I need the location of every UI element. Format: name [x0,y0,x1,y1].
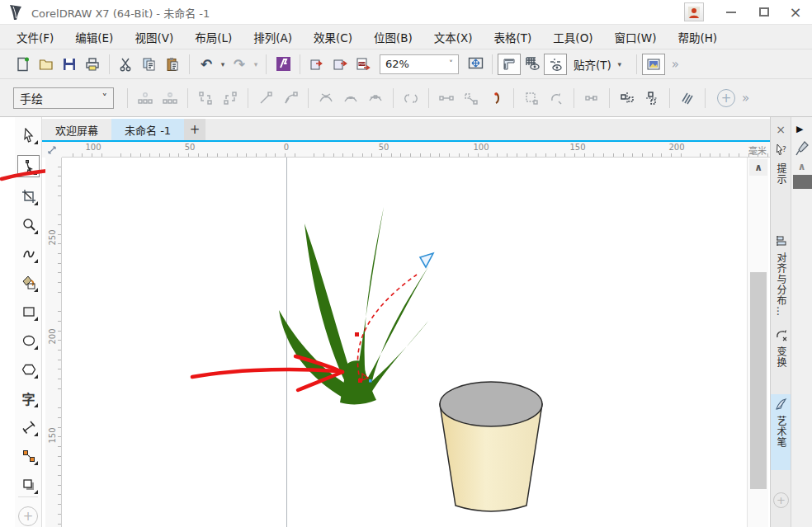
import-button[interactable] [305,54,328,75]
zoom-level-combobox[interactable]: 62% ˅ [380,54,459,74]
pick-tool[interactable] [17,124,40,146]
crop-tool[interactable] [17,185,40,207]
smooth-node-button[interactable] [338,87,363,110]
tab-untitled-1[interactable]: 未命名 -1 [111,119,184,140]
export-button[interactable] [328,54,352,75]
align-nodes-h-button[interactable] [615,87,640,110]
open-button[interactable] [35,54,58,75]
search-content-button[interactable] [271,54,295,75]
redo-button[interactable]: ↷ [228,54,251,75]
publish-pdf-button[interactable]: PDF [352,54,375,75]
show-grid-toggle[interactable] [521,54,544,75]
freehand-tool[interactable] [17,242,40,265]
shape-tool[interactable] [17,155,40,177]
paste-button[interactable] [161,54,184,75]
add-docker-button[interactable]: + [773,492,789,508]
rotate-nodes-button[interactable] [544,87,569,110]
palette-flyout-button[interactable]: ▶ [796,124,803,134]
polygon-tool[interactable] [17,358,40,380]
elastic-mode-button[interactable] [675,87,700,110]
menu-table[interactable]: 表格(T) [494,29,532,45]
cusp-node-button[interactable] [314,87,338,110]
docker-tab-artistic-media[interactable]: 艺术笔 [771,394,791,470]
convert-to-line-button[interactable] [253,87,278,110]
align-nodes-v-button[interactable] [640,87,664,110]
snap-to-dropdown[interactable]: 贴齐(T) ▾ [567,54,631,75]
add-tool-button[interactable]: + [18,506,38,526]
connector-tool[interactable] [17,445,40,467]
reverse-direction-button[interactable] [399,87,423,110]
menu-window[interactable]: 窗口(W) [615,29,657,45]
vertical-scrollbar[interactable]: ∧ [747,158,768,527]
extend-curve-button[interactable] [434,87,459,110]
menu-layout[interactable]: 布局(L) [195,29,232,45]
horizontal-ruler[interactable]: 100 50 0 50 100 150 200 毫米 [62,142,770,158]
eyedropper-icon[interactable] [795,140,810,157]
tab-welcome-screen[interactable]: 欢迎屏幕 [42,119,111,140]
vertical-ruler[interactable]: 250 200 150 [45,158,62,527]
propbar-separator [187,88,188,108]
toolbar-overflow-button[interactable]: » [672,57,679,72]
symmetrical-node-button[interactable] [363,87,388,110]
show-rulers-toggle[interactable] [498,54,521,75]
palette-scroll-up-button[interactable]: ∧ [793,160,810,173]
add-node-button[interactable] [133,87,158,110]
copy-button[interactable] [138,54,161,75]
dimension-tool[interactable] [17,416,40,438]
smart-fill-tool[interactable] [17,271,40,294]
show-guidelines-toggle[interactable] [544,54,567,75]
docker-tab-hints[interactable]: ? 提示 [771,140,791,231]
menu-help[interactable]: 帮助(H) [677,29,717,45]
customize-propbar-button[interactable]: + [717,89,735,107]
menu-text[interactable]: 文本(X) [434,29,473,45]
scroll-up-button[interactable]: ∧ [749,159,767,176]
drawing-canvas[interactable] [62,158,747,527]
new-document-tab-button[interactable]: + [184,119,205,140]
flower-pot-drawing[interactable] [440,382,542,511]
menu-view[interactable]: 视图(V) [135,29,173,45]
select-all-nodes-button[interactable] [459,87,484,110]
minimize-button[interactable] [716,0,746,24]
drop-shadow-tool[interactable] [17,473,40,496]
menu-bitmaps[interactable]: 位图(B) [374,29,413,45]
ruler-origin-button[interactable] [42,142,62,158]
new-document-button[interactable] [12,54,35,75]
break-nodes-button[interactable] [218,87,243,110]
convert-to-curve-button[interactable] [278,87,303,110]
close-icon: × [789,3,801,21]
propbar-separator [609,88,610,108]
plant-drawing[interactable] [279,207,429,404]
options-button[interactable] [642,54,665,75]
rectangle-tool[interactable] [17,300,40,322]
menu-edit[interactable]: 编辑(E) [75,29,113,45]
redo-dropdown[interactable]: ▾ [251,60,261,68]
curve-smoothness-button[interactable] [484,87,508,110]
transform-nodes-button[interactable] [519,87,544,110]
title-bar: CorelDRAW X7 (64-Bit) - 未命名 -1 × [0,0,812,25]
text-tool[interactable]: 字 [17,387,40,409]
menu-file[interactable]: 文件(F) [17,29,54,45]
delete-node-button[interactable] [158,87,182,110]
cut-button[interactable] [115,54,138,75]
menu-effects[interactable]: 效果(C) [314,29,352,45]
save-button[interactable] [58,54,81,75]
docker-tab-align-distribute[interactable]: 对齐与分布… [771,231,791,336]
join-nodes-button[interactable] [193,87,218,110]
ellipse-tool[interactable] [17,329,40,351]
preset-list-dropdown[interactable]: 手绘 ˅ [13,87,114,109]
menu-arrange[interactable]: 排列(A) [253,29,292,45]
weld-nodes-button[interactable] [579,87,604,110]
fullscreen-preview-button[interactable] [464,54,487,75]
propbar-overflow-button[interactable]: » [742,91,749,106]
user-account-button[interactable] [684,2,704,21]
zoom-tool[interactable] [17,214,40,236]
docker-close-button[interactable]: × [772,122,789,137]
maximize-button[interactable] [749,0,779,24]
print-button[interactable] [81,54,104,75]
undo-dropdown[interactable]: ▾ [218,60,228,68]
scrollbar-thumb[interactable] [750,272,767,489]
close-button[interactable]: × [781,0,810,24]
undo-button[interactable]: ↶ [195,54,218,75]
menu-tools[interactable]: 工具(O) [553,29,592,45]
docker-tab-transform[interactable]: 变换 [771,325,791,389]
